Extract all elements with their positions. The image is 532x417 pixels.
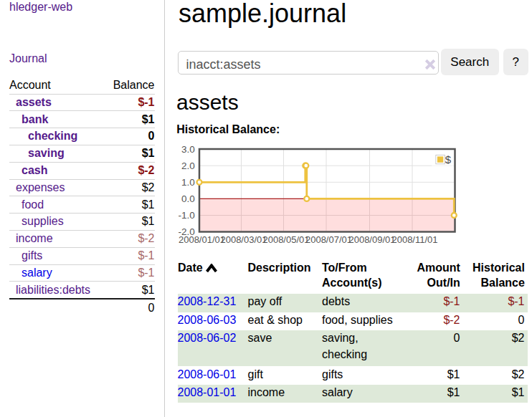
svg-text:2008/07/01: 2008/07/01 (305, 234, 352, 245)
svg-text:0.0: 0.0 (181, 193, 195, 204)
svg-text:-1.0: -1.0 (179, 210, 195, 221)
svg-text:1.0: 1.0 (181, 177, 195, 188)
svg-text:3.0: 3.0 (181, 144, 195, 155)
svg-text:2008/01/01: 2008/01/01 (179, 234, 225, 245)
svg-text:2008/03/01: 2008/03/01 (220, 234, 267, 245)
svg-text:2.0: 2.0 (181, 160, 195, 171)
svg-text:2008/11/01: 2008/11/01 (391, 234, 437, 245)
svg-text:2008/09/01: 2008/09/01 (348, 234, 395, 245)
svg-text:2008/05/01: 2008/05/01 (262, 234, 309, 245)
svg-text:$: $ (445, 153, 452, 166)
